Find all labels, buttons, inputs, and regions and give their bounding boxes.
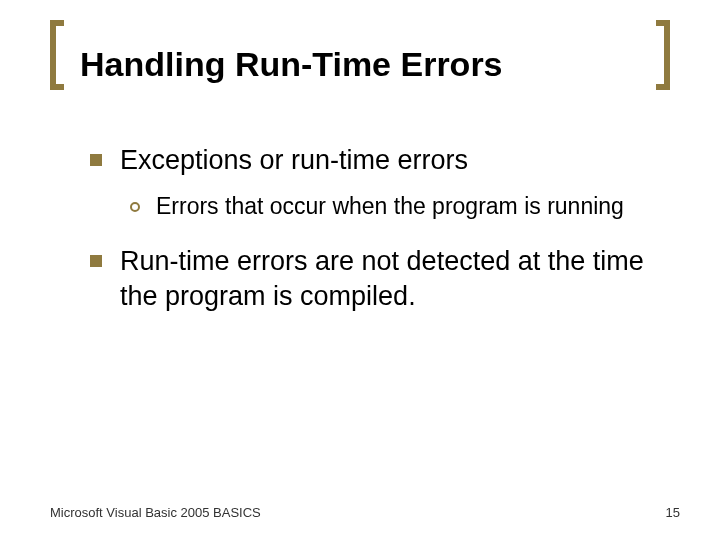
footer-left: Microsoft Visual Basic 2005 BASICS	[50, 505, 261, 520]
footer: Microsoft Visual Basic 2005 BASICS 15	[50, 505, 680, 520]
bracket-left-icon	[50, 20, 64, 90]
content-area: Exceptions or run-time errors Errors tha…	[50, 133, 670, 314]
bullet-text: Run-time errors are not detected at the …	[120, 244, 650, 314]
square-bullet-icon	[90, 255, 102, 267]
bracket-right-icon	[656, 20, 670, 90]
title-wrap: Handling Run-Time Errors	[50, 40, 670, 93]
sub-list-item: Errors that occur when the program is ru…	[130, 192, 650, 222]
list-item: Exceptions or run-time errors Errors tha…	[90, 143, 650, 222]
slide-number: 15	[666, 505, 680, 520]
slide: Handling Run-Time Errors Exceptions or r…	[0, 0, 720, 540]
square-bullet-icon	[90, 154, 102, 166]
bullet-text: Exceptions or run-time errors	[120, 143, 468, 178]
list-item: Run-time errors are not detected at the …	[90, 244, 650, 314]
sub-bullet-text: Errors that occur when the program is ru…	[156, 192, 624, 222]
slide-title: Handling Run-Time Errors	[80, 40, 640, 93]
circle-bullet-icon	[130, 202, 140, 212]
